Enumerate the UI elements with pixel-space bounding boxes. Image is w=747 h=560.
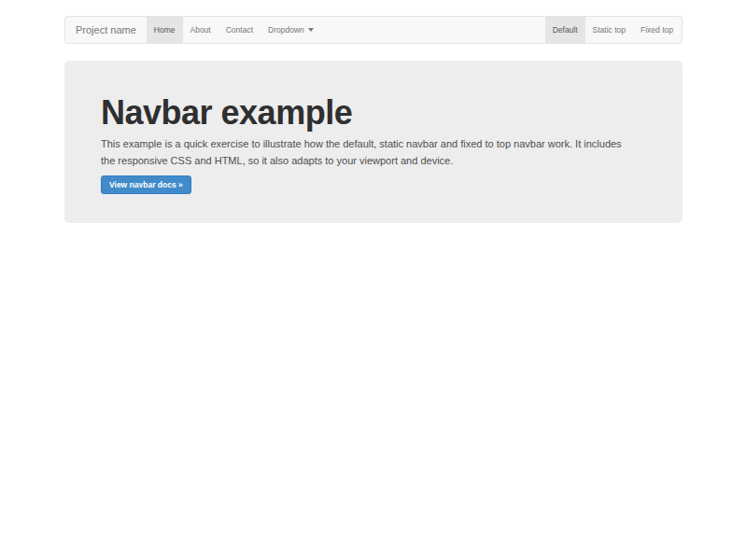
nav-item-label: Dropdown [268,25,304,35]
nav-item-default[interactable]: Default [545,17,585,43]
nav-item-static-top[interactable]: Static top [585,17,633,43]
nav-item-about[interactable]: About [183,17,218,43]
navbar-nav-right: Default Static top Fixed top [545,17,681,43]
nav-item-label: About [190,25,211,35]
view-navbar-docs-button[interactable]: View navbar docs » [101,175,191,194]
nav-item-label: Fixed top [641,25,673,35]
nav-item-home[interactable]: Home [147,17,183,43]
jumbotron-description: This example is a quick exercise to illu… [101,135,633,169]
navbar: Project name Home About Contact Dropdown… [64,16,683,44]
nav-item-contact[interactable]: Contact [218,17,261,43]
caret-down-icon [308,28,314,32]
navbar-nav-left: Home About Contact Dropdown [147,17,321,43]
nav-item-label: Contact [226,25,253,35]
page-title: Navbar example [101,94,646,132]
nav-item-label: Default [553,25,578,35]
nav-item-fixed-top[interactable]: Fixed top [633,17,681,43]
jumbotron: Navbar example This example is a quick e… [64,61,683,223]
nav-item-dropdown[interactable]: Dropdown [261,17,321,43]
nav-item-label: Home [154,25,176,35]
navbar-brand[interactable]: Project name [65,17,147,43]
nav-item-label: Static top [593,25,626,35]
